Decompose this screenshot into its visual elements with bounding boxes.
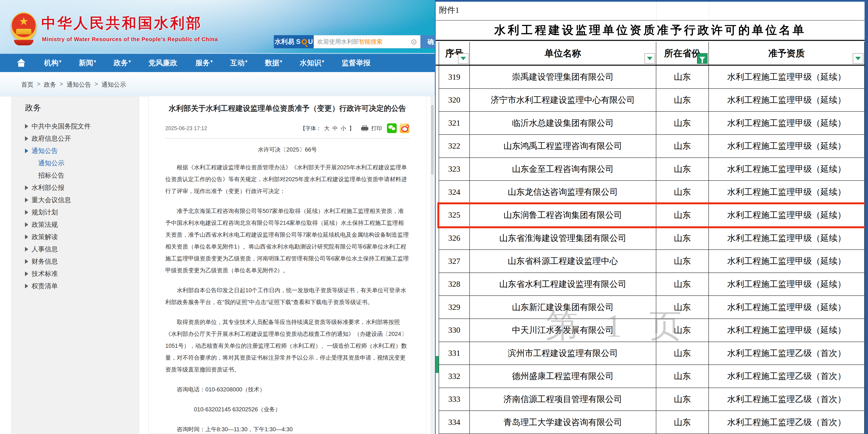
weibo-share-icon[interactable] <box>400 123 409 133</box>
search-placeholder: 欢迎使用水利部 <box>317 38 359 46</box>
sidebar-item-info-disclosure[interactable]: 政府信息公开 <box>25 135 140 142</box>
nav-item-report[interactable]: 监督举报 <box>342 58 370 68</box>
sidebar-item-central-docs[interactable]: 中共中央国务院文件 <box>25 123 140 129</box>
search-input[interactable]: 欢迎使用水利部 智能搜索 <box>314 35 421 48</box>
table-row: 319 崇禹建设管理集团有限公司 山东 水利工程施工监理甲级（延续） <box>439 66 864 89</box>
home-icon[interactable] <box>17 59 26 67</box>
browser-scrollbar[interactable] <box>431 96 434 434</box>
font-tool-prefix: 【字体： <box>300 125 321 132</box>
table-body: 319 崇禹建设管理集团有限公司 山东 水利工程施工监理甲级（延续） 320 济… <box>439 66 865 434</box>
table-row: 327 山东省科源工程建设监理中心 山东 水利工程施工监理甲级（延续） <box>439 250 864 273</box>
browser-window: ★ 中华人民共和国水利部 Ministry of Water Resources… <box>0 0 435 434</box>
caret-right-icon <box>25 259 28 264</box>
print-button[interactable]: 打印 <box>371 125 382 132</box>
article-body: 根据《水利工程建设监理单位资质管理办法》《水利部关于开展2025年水利工程建设监… <box>165 161 409 434</box>
filter-dropdown-qualification[interactable] <box>853 53 863 64</box>
search-logo: 水利易 SU <box>274 35 314 48</box>
attachment-corner-label: 附件1 <box>439 5 459 16</box>
caret-down-icon <box>855 57 861 60</box>
sidebar-item-policies[interactable]: 政策法规 <box>25 221 140 228</box>
sidebar-item-responsibility-list[interactable]: 权责清单 <box>25 283 140 289</box>
nav-item-data[interactable]: 数据 <box>265 58 281 68</box>
column-header-seq: 序号 <box>439 42 470 65</box>
national-emblem-logo: ★ <box>11 12 36 46</box>
scrollbar-thumb[interactable] <box>431 105 434 175</box>
search-placeholder-highlight: 智能搜索 <box>359 38 382 46</box>
voice-search-icon[interactable] <box>411 39 416 44</box>
breadcrumb-home[interactable]: 首页 <box>21 81 33 89</box>
sidebar: 政务 中共中央国务院文件 政府信息公开 通知公告 通知公示 招标公告 水利部公 <box>11 96 140 434</box>
caret-right-icon <box>25 124 28 129</box>
document-number: 水许可决〔2025〕66号 <box>165 146 409 153</box>
paragraph: 水利部自本公告印发之日起10个工作日内，统一发放电子资质等级证书，有关单位可登录… <box>165 284 409 308</box>
funnel-icon <box>699 57 705 60</box>
magnifier-icon <box>302 39 307 44</box>
sidebar-item-announcements[interactable]: 通知公示 <box>25 160 140 166</box>
breadcrumb-gov[interactable]: 政务 <box>44 81 56 89</box>
column-header-qualification: 准予资质 <box>709 42 864 65</box>
emblem-gate <box>16 29 31 34</box>
caret-right-icon <box>25 284 28 288</box>
screen: ★ 中华人民共和国水利部 Ministry of Water Resources… <box>0 0 868 434</box>
table-row: 334 青岛理工大学建设咨询有限公司 山东 水利工程施工监理乙级（首次） <box>439 411 864 434</box>
caret-right-icon <box>25 210 28 215</box>
paragraph: 根据《水利工程建设监理单位资质管理办法》《水利部关于开展2025年水利工程建设监… <box>165 161 409 197</box>
font-size-medium-button[interactable]: 中 <box>333 125 338 132</box>
emblem-star-icon: ★ <box>11 16 36 27</box>
nav-item-party-conduct[interactable]: 党风廉政 <box>148 58 177 68</box>
caret-down-icon <box>647 57 652 60</box>
sidebar-item-notices[interactable]: 通知公告 <box>25 148 140 154</box>
breadcrumb-separator: > <box>60 81 63 89</box>
nav-item-interact[interactable]: 互动 <box>230 58 247 68</box>
font-tool-suffix: 】 <box>349 125 354 132</box>
nav-item-news[interactable]: 新闻 <box>79 58 95 68</box>
nav-item-orgs[interactable]: 机构 <box>44 58 61 68</box>
table-row: 331 滨州市工程建设监理有限公司 山东 水利工程施工监理乙级（首次） <box>439 342 864 365</box>
caret-right-icon <box>25 235 28 239</box>
article-card: 水利部关于水利工程建设监理单位资质准予（变更）行政许可决定的公告 2025-06… <box>148 96 426 434</box>
sidebar-item-major-meetings[interactable]: 重大会议信息 <box>25 197 140 203</box>
emblem-ribbon <box>14 40 33 45</box>
main-nav: 机构 新闻 政务 党风廉政 服务 互动 数据 水知识 监督举报 <box>0 53 435 72</box>
paragraph: 取得资质的单位，其专业技术人员配备等应当持续满足资质等级标准要求，水利部将按照《… <box>165 316 409 375</box>
article-meta: 2025-06-23 17:12 【字体： 大 中 小 】 打印 <box>165 123 409 133</box>
sidebar-item-planning[interactable]: 规划计划 <box>25 209 140 216</box>
search-confirm-button[interactable]: 确定 <box>421 35 435 48</box>
table-row: 321 临沂水总建设集团有限公司 山东 水利工程施工监理甲级（延续） <box>439 112 864 135</box>
breadcrumb-notices[interactable]: 通知公告 <box>66 81 91 89</box>
contact-hours: 咨询时间：上午8:30—11:30，下午1:30—4:30 <box>165 424 409 434</box>
filter-dropdown-seq[interactable] <box>458 53 469 64</box>
spreadsheet-window: 附件1 水利工程建设监理单位资质准予行政许可的单位名单 序号 单位名称 所在省份… <box>435 0 868 434</box>
table-row: 332 德州盛康工程监理有限公司 山东 水利工程施工监理乙级（首次） <box>439 365 864 388</box>
site-subtitle-en: Ministry of Water Resources of the Peopl… <box>42 36 218 42</box>
font-size-large-button[interactable]: 大 <box>324 125 330 132</box>
filter-active-province[interactable] <box>697 53 708 64</box>
nav-item-services[interactable]: 服务 <box>195 58 212 68</box>
table-header-row: 序号 单位名称 所在省份 准予资质 <box>439 42 865 65</box>
wechat-share-icon[interactable] <box>387 123 397 133</box>
sidebar-item-tech-standards[interactable]: 技术标准 <box>25 270 140 277</box>
sidebar-item-bidding[interactable]: 招标公告 <box>25 172 140 179</box>
paragraph: 准予北京海策工程咨询有限公司等507家单位取得（延续）水利工程施工监理相关资质，… <box>165 205 409 276</box>
breadcrumb-announcements[interactable]: 通知公示 <box>101 81 126 89</box>
font-size-small-button[interactable]: 小 <box>341 125 346 132</box>
contact-phone-2: 010-63202145 63202526（业务） <box>165 403 409 415</box>
sidebar-title: 政务 <box>25 102 140 113</box>
breadcrumb-bar: 首页 > 政务 > 通知公告 > 通知公示 <box>0 72 435 96</box>
sidebar-item-personnel[interactable]: 人事信息 <box>25 246 140 252</box>
breadcrumb-separator: > <box>94 81 98 89</box>
site-title: 中华人民共和国水利部 <box>41 13 203 33</box>
sidebar-item-finance[interactable]: 财务信息 <box>25 258 140 265</box>
breadcrumb: 首页 > 政务 > 通知公告 > 通知公示 <box>21 81 126 89</box>
printer-icon[interactable] <box>361 125 368 131</box>
table-row: 328 山东省水利工程建设监理有限公司 山东 水利工程施工监理甲级（延续） <box>439 273 864 296</box>
sidebar-item-gazette[interactable]: 水利部公报 <box>25 184 140 191</box>
nav-item-water-knowledge[interactable]: 水知识 <box>300 58 323 68</box>
divider <box>165 138 409 138</box>
table-row: 329 山东新汇建设集团有限公司 山东 水利工程施工监理甲级（延续） <box>439 296 864 319</box>
sidebar-item-policy-interpretation[interactable]: 政策解读 <box>25 234 140 240</box>
filter-dropdown-name[interactable] <box>645 53 655 64</box>
caret-right-icon <box>25 136 28 141</box>
table-row: 326 山东省淮海建设管理集团有限公司 山东 水利工程施工监理甲级（延续） <box>439 227 864 250</box>
nav-item-gov[interactable]: 政务 <box>114 58 130 68</box>
